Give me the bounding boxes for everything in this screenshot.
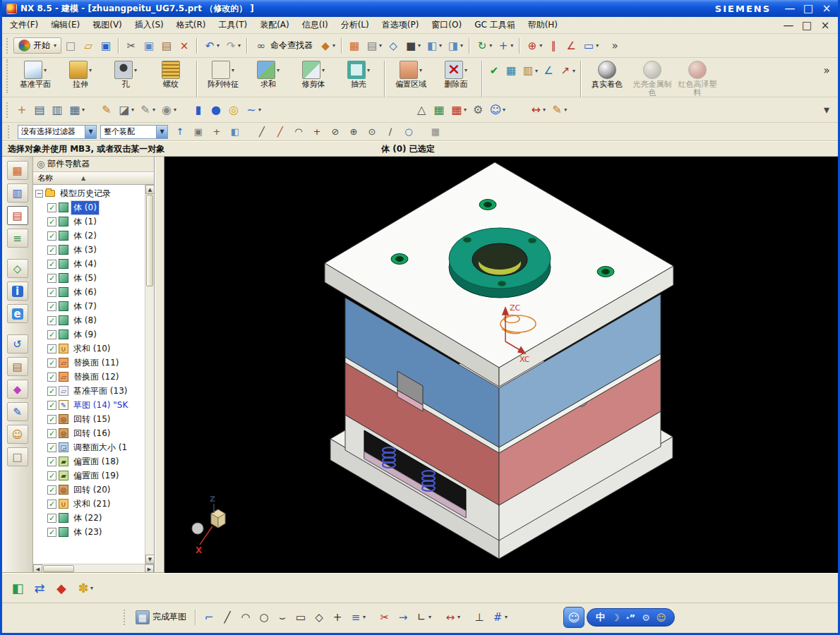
fillet-icon[interactable]: ⌣: [274, 609, 291, 626]
mdi-minimize-button[interactable]: —: [780, 17, 797, 34]
selection-filter-dropdown[interactable]: 没有选择过滤器 ▼: [18, 125, 97, 139]
menu-item-4[interactable]: 格式(R): [170, 17, 212, 33]
menu-item-12[interactable]: 帮助(H): [522, 17, 564, 33]
layer-settings-icon[interactable]: ▤: [31, 100, 48, 120]
bookmark-icon[interactable]: ◆: [53, 580, 70, 597]
compare-model-icon[interactable]: ⇄: [31, 580, 48, 597]
scrollbar-thumb[interactable]: [43, 565, 74, 572]
menu-item-2[interactable]: 视图(V): [86, 17, 128, 33]
checkbox-checked-icon[interactable]: ✓: [47, 358, 56, 368]
tree-item[interactable]: ✓体 (0): [33, 200, 145, 214]
checkbox-checked-icon[interactable]: ✓: [47, 429, 56, 438]
general-select-icon[interactable]: ╱: [253, 124, 270, 140]
scroll-down-icon[interactable]: ▼: [145, 555, 154, 564]
checkbox-checked-icon[interactable]: ✓: [47, 528, 56, 537]
tree-item[interactable]: ✓◎回转 (20): [33, 483, 145, 497]
deselect-icon[interactable]: ▣: [190, 124, 207, 140]
tree-item[interactable]: ✓▰偏置面 (19): [33, 468, 145, 483]
ime-item-1[interactable]: ☽: [611, 612, 620, 623]
reuse-library-icon[interactable]: ≡: [7, 229, 28, 248]
move-layer-icon[interactable]: ▥: [49, 100, 66, 120]
checkbox-checked-icon[interactable]: ✓: [47, 500, 56, 509]
collapse-icon[interactable]: −: [35, 190, 43, 198]
history-icon[interactable]: ↺: [7, 334, 28, 353]
finish-sketch-button[interactable]: ▦ 完成草图: [131, 609, 191, 626]
toolbar-grip[interactable]: [6, 38, 9, 54]
sketch-tools-icon[interactable]: ✎: [7, 402, 28, 421]
scrollbar-thumb[interactable]: [146, 195, 153, 286]
minimize-button[interactable]: —: [781, 0, 798, 17]
rapid-dimension-icon[interactable]: ↔▾: [442, 609, 462, 626]
mdi-close-button[interactable]: ×: [817, 17, 834, 34]
checkbox-checked-icon[interactable]: ✓: [47, 485, 56, 495]
zoom-select-icon[interactable]: ○: [400, 124, 417, 140]
torus-tool-icon[interactable]: ◎: [225, 100, 242, 120]
rectangle-icon[interactable]: ▭: [292, 609, 309, 626]
ime-item-4[interactable]: ☺: [656, 612, 666, 623]
tree-item[interactable]: ✓▱基准平面 (13): [33, 384, 145, 398]
checkbox-checked-icon[interactable]: ✓: [47, 514, 56, 523]
hd3d-tools-icon[interactable]: ◇: [7, 259, 28, 278]
vertical-scrollbar[interactable]: ▲ ▼: [145, 185, 154, 564]
polygon-icon[interactable]: ◇: [311, 609, 328, 626]
checkbox-checked-icon[interactable]: ✓: [47, 401, 56, 410]
menu-item-8[interactable]: 分析(L): [335, 17, 376, 33]
tree-item[interactable]: ✓◎回转 (15): [33, 412, 145, 426]
menu-item-9[interactable]: 首选项(P): [376, 17, 426, 33]
roles-icon[interactable]: ☺: [7, 425, 28, 444]
checkbox-checked-icon[interactable]: ✓: [47, 316, 56, 325]
tree-item[interactable]: ✓体 (6): [33, 285, 145, 299]
ime-item-0[interactable]: 中: [596, 611, 605, 624]
arc-icon[interactable]: ◠: [237, 609, 254, 626]
auto-constrain-icon[interactable]: #▾: [489, 609, 510, 626]
system-materials-icon[interactable]: ▤: [7, 357, 28, 376]
part-navigator-icon[interactable]: ▤: [7, 206, 28, 225]
toolbar-grip[interactable]: [124, 610, 126, 625]
web-browser-icon[interactable]: e: [7, 304, 28, 323]
shaded-select-icon[interactable]: ◧: [227, 124, 244, 140]
sphere-tool-icon[interactable]: ●: [208, 100, 224, 120]
checkbox-checked-icon[interactable]: ✓: [47, 288, 56, 297]
menu-item-5[interactable]: 工具(T): [212, 17, 253, 33]
layer-category-icon[interactable]: ▦▾: [66, 100, 87, 120]
menu-item-11[interactable]: GC 工具箱: [468, 17, 522, 33]
facet-body-icon[interactable]: △: [413, 100, 430, 120]
toolbar-grip[interactable]: [8, 126, 11, 138]
tree-item[interactable]: ✓体 (9): [33, 327, 145, 341]
maximize-button[interactable]: □: [800, 0, 817, 17]
object-display-icon[interactable]: ✎: [98, 100, 115, 120]
scroll-up-icon[interactable]: ▲: [145, 185, 154, 194]
measure-distance-icon[interactable]: ↔▾: [527, 100, 548, 120]
offset-curve-icon[interactable]: ≡▾: [347, 609, 368, 626]
datum-csys-icon[interactable]: +: [13, 100, 30, 120]
menu-item-7[interactable]: 信息(I): [296, 17, 335, 33]
create-body-icon[interactable]: ◧: [9, 580, 26, 597]
checkbox-checked-icon[interactable]: ✓: [47, 217, 56, 226]
tree-item[interactable]: ✓体 (22): [33, 511, 145, 525]
tree-item[interactable]: ✓▱替换面 (12): [33, 370, 145, 384]
constraint-navigator-icon[interactable]: ▥: [7, 183, 28, 202]
select-all-icon[interactable]: ↑: [172, 124, 188, 140]
curve-rule-icon[interactable]: ◠: [290, 124, 307, 140]
make-corner-icon[interactable]: ∟▾: [413, 609, 433, 626]
title-bar[interactable]: NX 8.5 - 建模 - [zhuangpeitu_UG7.5.prt （修改…: [2, 0, 838, 17]
menu-item-3[interactable]: 插入(S): [128, 17, 170, 33]
tree-item[interactable]: ✓∪求和 (21): [33, 497, 145, 511]
tree-item[interactable]: ✓体 (8): [33, 313, 145, 327]
grid-icon[interactable]: ▦: [427, 124, 444, 140]
show-hide-icon[interactable]: ◪▾: [116, 100, 136, 120]
tree-item[interactable]: ✓体 (4): [33, 257, 145, 271]
checkbox-checked-icon[interactable]: ✓: [47, 443, 56, 452]
user-tools-icon[interactable]: ☺▾: [487, 100, 508, 120]
part-families-icon[interactable]: ▦▾: [448, 100, 469, 120]
close-button[interactable]: ×: [818, 0, 835, 17]
tree-item[interactable]: ✓体 (7): [33, 299, 145, 313]
ime-item-3[interactable]: ⚙: [642, 612, 650, 623]
annotation-tool-icon[interactable]: ✎▾: [548, 100, 569, 120]
tree-item[interactable]: ✓体 (2): [33, 229, 145, 243]
locating-ring-body[interactable]: [449, 228, 551, 298]
checkbox-checked-icon[interactable]: ✓: [47, 457, 56, 466]
toolbar-grip[interactable]: [6, 102, 9, 118]
assembly-navigator-icon[interactable]: ▦: [7, 161, 28, 180]
windows-icon[interactable]: □: [7, 447, 28, 466]
